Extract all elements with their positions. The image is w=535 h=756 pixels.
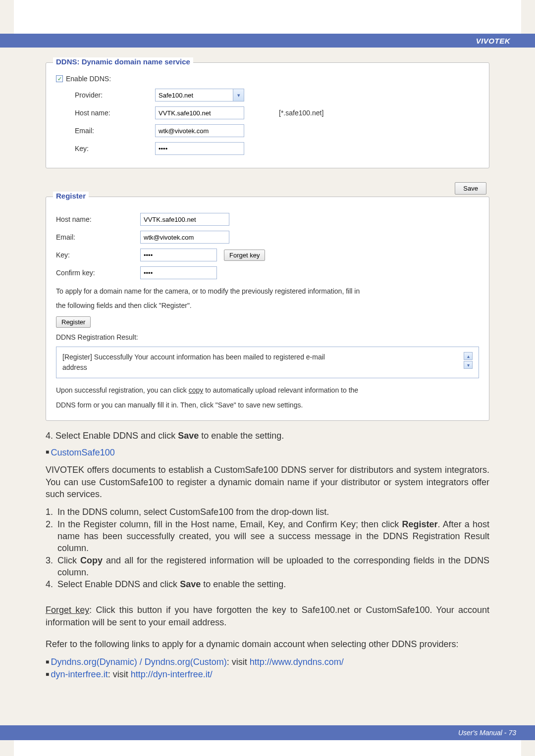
step4-top: 4. Select Enable DDNS and click Save to … [46,430,489,442]
key-label: Key: [56,145,155,152]
customsafe-heading: CustomSafe100 [51,448,115,457]
provider-interfree: dyn-interfree.it: visit http://dyn-inter… [46,668,489,680]
hostname-input[interactable] [155,106,244,119]
reg-email-input[interactable] [140,231,229,244]
brand-header: VIVOTEK [0,34,535,48]
save-row: Save [46,177,489,197]
provider-row: Provider: Safe100.net ▾ [56,89,479,101]
step-1: 1.In the DDNS column, select CustomSafe1… [46,506,489,518]
save-button[interactable]: Save [455,182,486,195]
upon-1a: Upon successful registration, you can cl… [56,386,189,394]
scroll-up-icon[interactable]: ▴ [464,352,473,360]
ddns-panel: DDNS: Dynamic domain name service ✓ Enab… [46,62,489,168]
provider-links: Dyndns.org(Dynamic) / Dyndns.org(Custom)… [46,656,489,680]
page-top-margin [14,0,521,34]
reg-result-label: DDNS Registration Result: [56,331,479,344]
reg-confirm-row: Confirm key: [56,266,479,279]
square-bullet-icon: ■ [46,449,51,455]
chevron-down-icon: ▾ [233,89,244,101]
enable-ddns-checkbox[interactable]: ✓ [56,75,63,82]
steps-list: 1.In the DDNS column, select CustomSafe1… [46,506,489,590]
upon-1b: to automatically upload relevant informa… [203,386,358,394]
register-panel: Register Host name: Email: Key: Forget k… [46,197,489,421]
content: DDNS: Dynamic domain name service ✓ Enab… [0,62,535,680]
reg-note1: To apply for a domain name for the camer… [56,284,479,299]
reg-email-label: Email: [56,233,140,241]
register-panel-title: Register [53,192,89,200]
reg-result-text: [Register] Successfully Your account inf… [62,352,340,373]
step-4: 4.Select Enable DDNS and click Save to e… [46,578,489,590]
dyndns-link[interactable]: http://www.dyndns.com/ [250,657,344,667]
customsafe-heading-row: ■ CustomSafe100 [46,448,489,458]
forget-key-button[interactable]: Forget key [224,250,265,261]
email-label: Email: [56,127,155,135]
email-input[interactable] [155,124,244,137]
interfree-link[interactable]: http://dyn-interfree.it/ [131,669,213,679]
provider-select[interactable]: Safe100.net ▾ [155,89,244,101]
enable-ddns-label: Enable DDNS: [66,75,111,83]
ddns-panel-title: DDNS: Dynamic domain name service [53,57,193,66]
footer-band: User's Manual - 73 [0,725,535,740]
provider-dyndns: Dyndns.org(Dynamic) / Dyndns.org(Custom)… [46,656,489,668]
copy-link[interactable]: copy [189,386,204,394]
key-row: Key: [56,142,479,155]
forget-key-para: Forget key: Click this button if you hav… [46,604,489,628]
brand-text: VIVOTEK [476,37,510,45]
email-row: Email: [56,124,479,137]
reg-hostname-row: Host name: [56,213,479,226]
forget-key-head: Forget key [46,605,89,615]
key-input[interactable] [155,142,244,155]
reg-hostname-input[interactable] [140,213,229,226]
reg-result-box: [Register] Successfully Your account inf… [56,347,479,378]
provider-label: Provider: [56,91,155,99]
step-3: 3.Click Copy and all for the registered … [46,554,489,579]
reg-email-row: Email: [56,231,479,244]
reg-key-row: Key: Forget key [56,249,479,261]
reg-confirm-input[interactable] [140,266,217,279]
reg-note2: the following fields and then click "Reg… [56,299,479,313]
reg-hostname-label: Host name: [56,215,140,223]
refer-para: Refer to the following links to apply fo… [46,638,489,650]
reg-confirm-label: Confirm key: [56,269,140,277]
customsafe-para: VIVOTEK offers documents to establish a … [46,464,489,500]
hostname-suffix: [*.safe100.net] [279,109,323,117]
hostname-row: Host name: [*.safe100.net] [56,106,479,119]
enable-ddns-row: ✓ Enable DDNS: [56,75,479,83]
hostname-label: Host name: [56,109,155,117]
upon-line2: DDNS form or you can manually fill it in… [56,398,479,412]
scrollbar[interactable]: ▴ ▾ [464,352,473,369]
upon-line1: Upon successful registration, you can cl… [56,383,479,398]
register-button[interactable]: Register [56,316,91,328]
step-2: 2.In the Register column, fill in the Ho… [46,518,489,554]
reg-key-label: Key: [56,251,140,259]
footer-text: User's Manual - 73 [458,729,516,737]
scroll-down-icon[interactable]: ▾ [464,361,473,369]
provider-value: Safe100.net [159,92,193,99]
reg-key-input[interactable] [140,249,217,261]
page-bottom-margin [14,740,521,756]
